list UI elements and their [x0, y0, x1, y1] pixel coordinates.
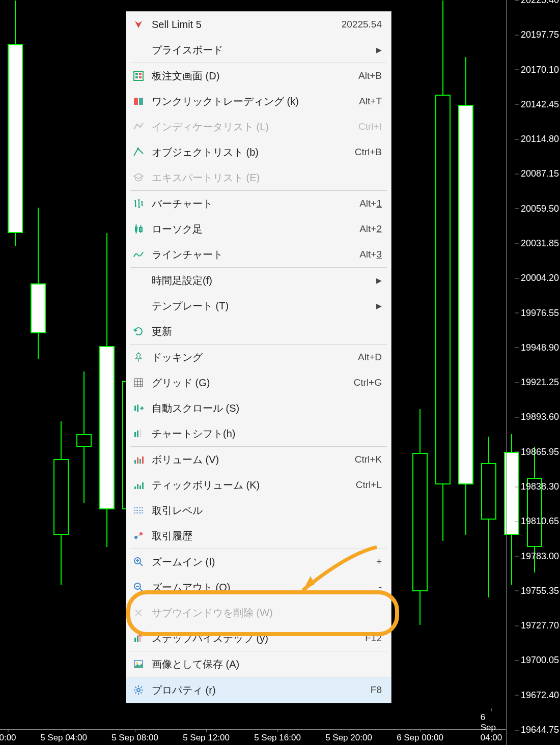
price-tick: 20031.85 — [521, 238, 559, 249]
submenu-arrow-icon: ▶ — [376, 302, 382, 310]
menu-volume[interactable]: ボリューム (V) Ctrl+K — [126, 447, 391, 472]
svg-rect-38 — [134, 638, 136, 642]
price-tick: 20170.10 — [521, 64, 559, 75]
menu-delete-subwindow: サブウインドウを削除 (W) — [126, 600, 391, 625]
zoom-in-icon — [130, 554, 147, 570]
price-tick: 19810.65 — [521, 516, 559, 527]
one-click-icon — [130, 93, 147, 109]
tick-volume-icon — [130, 477, 147, 493]
time-tick: 5 Sep 20:00 — [325, 733, 372, 743]
submenu-arrow-icon: ▶ — [376, 276, 382, 284]
svg-rect-24 — [142, 482, 144, 489]
zoom-out-icon — [130, 579, 147, 595]
time-tick: 5 Sep 04:00 — [40, 733, 87, 743]
candle — [31, 0, 46, 730]
time-tick: 0:00 — [0, 733, 16, 743]
trade-history-icon — [130, 528, 147, 544]
svg-rect-1 — [135, 73, 138, 75]
price-tick: 20225.40 — [521, 0, 559, 6]
svg-rect-15 — [137, 431, 138, 437]
time-tick: 5 Sep 16:00 — [254, 733, 301, 743]
candlestick-icon — [130, 221, 147, 237]
svg-rect-19 — [139, 459, 141, 464]
svg-line-36 — [140, 589, 143, 591]
trade-levels-icon — [130, 502, 147, 519]
menu-trade-history[interactable]: 取引履歴 — [126, 523, 391, 549]
menu-properties[interactable]: プロパティ (r) F8 — [126, 677, 391, 703]
time-tick: 6 Sep 04:00 — [481, 712, 502, 743]
svg-rect-23 — [139, 485, 141, 489]
candle — [412, 0, 428, 730]
menu-candlesticks[interactable]: ローソク足 Alt+2 — [126, 216, 391, 242]
menu-tick-volume[interactable]: ティックボリューム (K) Ctrl+L — [126, 472, 391, 498]
menu-bar-chart[interactable]: バーチャート Alt+1 — [126, 191, 391, 216]
price-tick: 19948.90 — [521, 342, 559, 353]
svg-point-7 — [137, 148, 139, 150]
pin-icon — [130, 349, 147, 365]
menu-expert-list: エキスパートリスト (E) — [126, 165, 391, 190]
menu-chart-shift[interactable]: チャートシフト(h) — [126, 421, 391, 446]
chart-context-menu: Sell Limit 5 20225.54 プライスボード ▶ 板注文画面 (D… — [126, 11, 391, 703]
svg-rect-18 — [137, 457, 138, 464]
menu-one-click-trading[interactable]: ワンクリックトレーディング (k) Alt+T — [126, 89, 391, 114]
price-tick: 19783.00 — [521, 551, 559, 561]
time-tick: 5 Sep 12:00 — [183, 733, 230, 743]
grid-icon — [130, 375, 147, 391]
menu-timeframes[interactable]: 時間足設定(f) ▶ — [126, 268, 391, 293]
candle — [53, 0, 69, 730]
menu-line-chart[interactable]: ラインチャート Alt+3 — [126, 242, 391, 267]
price-tick: 20004.20 — [521, 273, 559, 283]
sell-arrow-icon — [130, 16, 147, 33]
line-chart-icon — [130, 246, 147, 263]
svg-rect-0 — [134, 71, 143, 80]
svg-rect-17 — [134, 460, 136, 464]
svg-rect-12 — [134, 406, 136, 411]
price-tick: 20142.45 — [521, 99, 559, 109]
svg-line-30 — [137, 535, 140, 536]
price-tick: 19976.55 — [521, 307, 559, 318]
price-tick: 19893.60 — [521, 412, 559, 422]
gear-icon — [130, 682, 147, 698]
menu-price-board[interactable]: プライスボード ▶ — [126, 37, 391, 63]
svg-line-32 — [140, 563, 143, 566]
candle — [458, 0, 473, 730]
candle — [99, 0, 115, 730]
menu-step-by-step[interactable]: ステップバイステップ (y) F12 — [126, 625, 391, 651]
price-tick: 20087.15 — [521, 168, 559, 179]
menu-refresh[interactable]: 更新 — [126, 319, 391, 344]
indicator-icon — [130, 119, 147, 135]
dom-icon — [130, 68, 147, 84]
menu-zoom-in[interactable]: ズームイン (I) + — [126, 549, 391, 575]
svg-rect-5 — [134, 98, 138, 105]
candle — [435, 0, 451, 730]
menu-dom[interactable]: 板注文画面 (D) Alt+B — [126, 63, 391, 89]
step-icon — [130, 630, 147, 646]
close-icon — [130, 605, 147, 621]
menu-autoscroll[interactable]: 自動スクロール (S) — [126, 395, 391, 421]
svg-rect-22 — [137, 484, 138, 489]
candle — [481, 0, 496, 730]
menu-docking[interactable]: ドッキング Alt+D — [126, 345, 391, 370]
price-axis: 20225.4020197.7520170.1020142.4520114.80… — [506, 0, 560, 745]
autoscroll-icon — [130, 400, 147, 416]
candle — [76, 0, 92, 730]
menu-save-as-image[interactable]: 画像として保存 (A) — [126, 651, 391, 677]
time-tick: 6 Sep 00:00 — [397, 733, 443, 743]
svg-rect-6 — [139, 98, 143, 105]
price-tick: 20197.75 — [521, 30, 559, 40]
menu-zoom-out[interactable]: ズームアウト (O) - — [126, 575, 391, 600]
objects-icon — [130, 144, 147, 160]
graduation-cap-icon — [130, 169, 147, 186]
price-tick: 19755.35 — [521, 585, 559, 596]
menu-sell-limit[interactable]: Sell Limit 5 20225.54 — [126, 12, 391, 37]
svg-rect-3 — [135, 76, 138, 78]
image-icon — [130, 656, 147, 672]
menu-object-list[interactable]: オブジェクトリスト (b) Ctrl+B — [126, 139, 391, 165]
svg-point-29 — [139, 532, 143, 535]
chart-shift-icon — [130, 425, 147, 442]
refresh-icon — [130, 323, 147, 339]
menu-templates[interactable]: テンプレート (T) ▶ — [126, 293, 391, 319]
menu-trade-levels[interactable]: 取引レベル — [126, 498, 391, 523]
menu-grid[interactable]: グリッド (G) Ctrl+G — [126, 370, 391, 395]
price-tick: 20114.80 — [521, 134, 559, 145]
